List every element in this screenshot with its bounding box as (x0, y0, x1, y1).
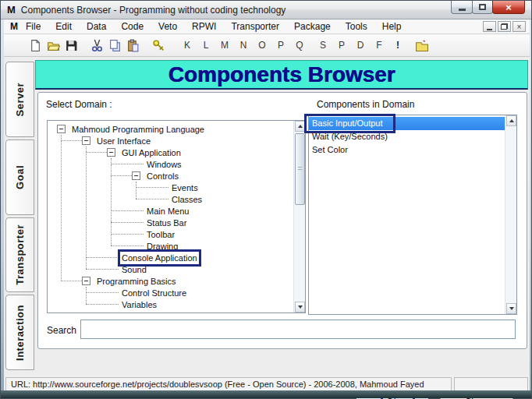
scroll-up-button[interactable] (295, 121, 305, 132)
toolbar-letter-o[interactable]: O (253, 40, 271, 51)
sidebar-tabs: Server Goal Transporter Interaction (5, 62, 34, 370)
sidebar-tab-interaction[interactable]: Interaction (5, 295, 34, 370)
tree-connector (136, 199, 168, 200)
scroll-down-button[interactable] (295, 302, 305, 312)
toolbar-letter-p[interactable]: P (271, 40, 290, 51)
tree-item[interactable]: Programming Basics (48, 275, 293, 287)
search-input[interactable] (80, 320, 516, 339)
toolbar-letter-f[interactable]: F (370, 40, 388, 51)
tree-item[interactable]: Classes (48, 193, 293, 205)
scroll-up-button[interactable] (506, 115, 516, 126)
scrollbar-thumb[interactable] (295, 133, 305, 205)
tree-item-console-application[interactable]: Console Application (48, 252, 293, 263)
tree-item-root[interactable]: Mahmoud Programming Language (48, 123, 293, 135)
mdi-minimize-icon (487, 29, 492, 30)
tree-connector (86, 304, 119, 305)
toolbar-letter-s[interactable]: S (314, 40, 332, 51)
toolbar-letter-p2[interactable]: P (332, 40, 351, 51)
tree-item-label: Mahmoud Programming Language (72, 125, 204, 134)
sidebar-tab-goal[interactable]: Goal (5, 139, 34, 215)
key-icon[interactable] (152, 39, 165, 52)
minimize-button[interactable] (451, 1, 473, 14)
tree-connector (86, 269, 119, 270)
statusbar-url-text: URL: http://www.sourceforge.net/projects… (11, 380, 424, 389)
select-domain-label: Select Domain : (46, 99, 112, 110)
tree-connector (111, 222, 144, 223)
tree-item[interactable]: Variables (48, 298, 293, 310)
tree-connector (61, 281, 82, 281)
maximize-button[interactable] (472, 1, 493, 14)
menu-veto[interactable]: Veto (158, 21, 177, 32)
menu-data[interactable]: Data (87, 21, 106, 32)
tree-connector (86, 152, 107, 153)
mdi-minimize-button[interactable] (483, 21, 496, 32)
menubar: M File Edit Data Code Veto RPWI Transpor… (4, 19, 530, 34)
toolbar-letter-m[interactable]: M (215, 40, 234, 51)
tree-item[interactable]: Control Structure (48, 287, 293, 298)
toolbar-letter-n[interactable]: N (234, 40, 253, 51)
copy-icon[interactable] (108, 39, 122, 52)
tree-item[interactable]: GUI Application (48, 147, 293, 158)
tree-item[interactable]: Events (48, 182, 293, 193)
tree-connector (61, 140, 82, 141)
page-title: Components Browser (168, 62, 395, 87)
tree-item-label: Toolbar (147, 230, 175, 239)
tree-item[interactable]: Sound (48, 263, 293, 275)
menu-rpwi[interactable]: RPWI (192, 21, 216, 32)
tree-collapse-icon[interactable] (132, 171, 140, 180)
close-button[interactable]: × (492, 1, 525, 14)
tree-collapse-icon[interactable] (82, 277, 90, 285)
tree-item-label: Main Menu (147, 207, 189, 216)
tree-connector (86, 257, 119, 258)
mdi-close-button[interactable]: × (512, 21, 526, 32)
tree-collapse-icon[interactable] (57, 125, 66, 133)
toolbar-letter-d[interactable]: D (351, 40, 370, 51)
tree-item[interactable]: Main Menu (48, 205, 293, 217)
titlebar: M Components Browser - Programming witho… (1, 1, 531, 19)
components-list[interactable]: Basic Input/Output Wait (Key/Seconds) Se… (308, 115, 517, 315)
tree-item[interactable]: Controls (48, 170, 293, 182)
tree-connector (86, 292, 119, 293)
mdi-restore-button[interactable] (498, 21, 511, 32)
tree-guide-line (136, 182, 137, 199)
menu-edit[interactable]: Edit (55, 21, 72, 32)
menu-transporter[interactable]: Transporter (231, 21, 279, 32)
list-item-set-color[interactable]: Set Color (309, 143, 505, 157)
tree-rows: Mahmoud Programming Language User Interf… (48, 121, 293, 312)
tree-item[interactable]: Toolbar (48, 228, 293, 240)
paste-icon[interactable] (126, 39, 140, 52)
menu-app-icon: M (10, 21, 18, 32)
menu-code[interactable]: Code (121, 21, 144, 32)
tree-item[interactable]: User Interface (48, 135, 293, 147)
cut-icon[interactable] (90, 39, 104, 52)
mdi-restore-icon (501, 23, 508, 30)
tree-scrollbar[interactable] (293, 121, 305, 312)
new-file-icon[interactable] (29, 39, 42, 52)
menu-package[interactable]: Package (294, 21, 331, 32)
tree-item[interactable]: Windows (48, 158, 293, 170)
list-scrollbar[interactable] (505, 115, 516, 314)
list-item-basic-input-output[interactable]: Basic Input/Output (309, 117, 505, 130)
statusbar: URL: http://www.sourceforge.net/projects… (4, 376, 530, 392)
open-folder-icon[interactable] (47, 39, 60, 52)
menu-tools[interactable]: Tools (346, 21, 367, 32)
sidebar-tab-transporter[interactable]: Transporter (5, 217, 34, 293)
menu-help[interactable]: Help (382, 21, 402, 32)
toolbar-letter-k[interactable]: K (178, 40, 197, 51)
toolbar-letter-l[interactable]: L (197, 40, 215, 51)
tree-item[interactable]: Status Bar (48, 217, 293, 228)
folder-icon[interactable] (415, 39, 428, 52)
tree-item[interactable]: Drawing (48, 240, 293, 252)
toolbar-letter-q[interactable]: Q (290, 40, 309, 51)
tree-collapse-icon[interactable] (82, 136, 90, 145)
menu-file[interactable]: File (26, 21, 41, 32)
save-icon[interactable] (65, 39, 78, 52)
toolbar-exclamation[interactable]: ! (388, 40, 407, 51)
scroll-down-button[interactable] (506, 303, 516, 314)
sidebar-tab-server[interactable]: Server (5, 62, 34, 137)
list-item-wait[interactable]: Wait (Key/Seconds) (309, 130, 505, 143)
components-list-items: Basic Input/Output Wait (Key/Seconds) Se… (309, 115, 505, 157)
tree-collapse-icon[interactable] (107, 148, 115, 157)
domain-tree[interactable]: Mahmoud Programming Language User Interf… (47, 120, 306, 313)
app-icon: M (7, 4, 16, 16)
